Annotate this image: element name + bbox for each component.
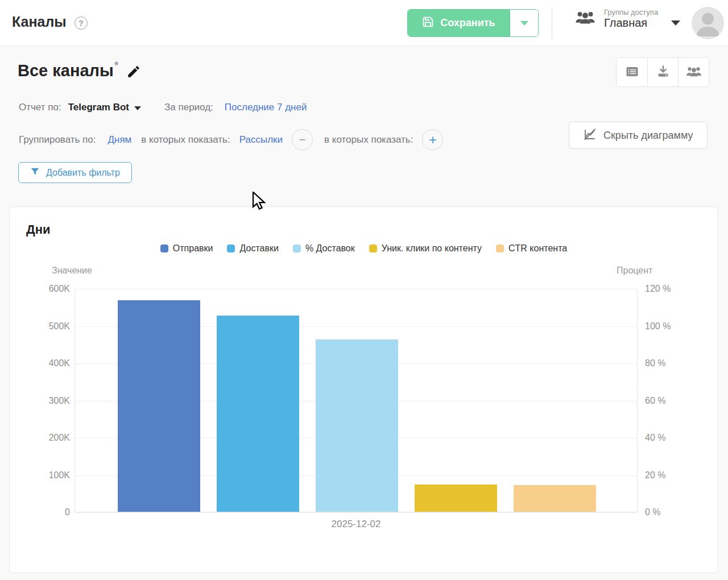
edit-title-button[interactable] bbox=[126, 64, 141, 79]
save-dropdown-button[interactable] bbox=[510, 10, 538, 36]
legend-swatch-icon bbox=[293, 245, 301, 252]
access-groups-text: Группы доступа Главная bbox=[604, 8, 680, 30]
save-button-label: Сохранить bbox=[440, 17, 495, 29]
chart-legend: ОтправкиДоставки% ДоставокУник. клики по… bbox=[10, 243, 718, 254]
legend-swatch-icon bbox=[496, 245, 504, 252]
save-split-button[interactable]: Сохранить bbox=[407, 9, 539, 37]
left-axis-tick: 500K bbox=[29, 321, 70, 332]
legend-label: Уник. клики по контенту bbox=[382, 243, 482, 254]
hide-chart-button[interactable]: Скрыть диаграмму bbox=[569, 122, 708, 149]
left-axis-tick: 600K bbox=[29, 284, 70, 294]
chevron-down-icon bbox=[520, 21, 528, 26]
left-axis-tick: 300K bbox=[29, 396, 70, 406]
hide-chart-label: Скрыть диаграмму bbox=[603, 130, 693, 142]
right-axis-tick: 0 % bbox=[645, 507, 690, 517]
download-button[interactable] bbox=[647, 58, 678, 86]
table-view-button[interactable] bbox=[617, 58, 647, 86]
filter-funnel-icon bbox=[30, 167, 40, 179]
page: Каналы ? Сохранить bbox=[0, 0, 728, 580]
bar-3[interactable] bbox=[316, 339, 398, 512]
legend-label: % Доставок bbox=[305, 243, 355, 254]
right-axis-ticks: 120 %100 %80 %60 %40 %20 %0 % bbox=[645, 289, 690, 512]
report-settings-row: Отчет по: Telegram Bot За период: Послед… bbox=[19, 102, 307, 113]
add-filter-button[interactable]: Добавить фильтр bbox=[18, 162, 132, 183]
header-divider bbox=[552, 7, 552, 39]
show-in-label-1: в которых показать: bbox=[141, 134, 230, 146]
right-axis-tick: 120 % bbox=[645, 284, 690, 294]
left-axis-ticks: 600K500K400K300K200K100K0 bbox=[29, 289, 70, 512]
remove-dimension-button[interactable]: − bbox=[292, 129, 313, 150]
download-icon bbox=[656, 64, 671, 81]
right-axis-title: Процент bbox=[617, 266, 652, 276]
period-value[interactable]: Последние 7 дней bbox=[225, 102, 307, 113]
add-filter-label: Добавить фильтр bbox=[46, 168, 120, 178]
legend-label: CTR контента bbox=[508, 243, 567, 254]
left-axis-tick: 0 bbox=[29, 507, 70, 517]
access-groups-label: Группы доступа bbox=[604, 8, 680, 16]
report-by-value: Telegram Bot bbox=[68, 102, 129, 113]
bar-2[interactable] bbox=[217, 316, 299, 512]
left-axis-tick: 400K bbox=[29, 358, 70, 368]
group-by-value[interactable]: Дням bbox=[108, 134, 132, 146]
right-axis-tick: 20 % bbox=[645, 470, 690, 480]
legend-item[interactable]: Доставки bbox=[227, 243, 278, 254]
legend-label: Отправки bbox=[173, 243, 213, 254]
add-dimension-button[interactable]: + bbox=[422, 129, 443, 150]
page-title: Каналы bbox=[12, 14, 67, 30]
x-axis-label: 2025-12-02 bbox=[75, 519, 638, 530]
unsaved-marker: * bbox=[114, 60, 118, 72]
help-icon[interactable]: ? bbox=[75, 16, 88, 30]
group-by-label: Группировать по: bbox=[19, 134, 96, 146]
legend-swatch-icon bbox=[369, 245, 377, 252]
legend-item[interactable]: % Доставок bbox=[293, 243, 355, 254]
gridline bbox=[75, 289, 637, 289]
top-header: Каналы ? Сохранить bbox=[0, 0, 728, 46]
list-icon bbox=[624, 65, 640, 80]
right-axis-tick: 60 % bbox=[645, 396, 690, 406]
right-axis-tick: 100 % bbox=[645, 321, 690, 332]
legend-item[interactable]: CTR контента bbox=[496, 243, 567, 254]
access-groups-value[interactable]: Главная bbox=[604, 16, 647, 30]
user-avatar[interactable] bbox=[692, 7, 724, 39]
chart-card: Дни ОтправкиДоставки% ДоставокУник. клик… bbox=[9, 206, 718, 573]
chart-plot bbox=[75, 289, 638, 512]
report-title: Все каналы bbox=[18, 61, 114, 80]
legend-label: Доставки bbox=[239, 243, 278, 254]
save-button[interactable]: Сохранить bbox=[408, 10, 510, 36]
left-axis-tick: 200K bbox=[29, 433, 70, 443]
report-by-label: Отчет по: bbox=[19, 102, 61, 113]
chevron-down-icon bbox=[671, 20, 680, 26]
users-group-icon bbox=[574, 8, 596, 30]
legend-swatch-icon bbox=[227, 245, 235, 252]
minus-icon: − bbox=[299, 132, 306, 147]
bar-5[interactable] bbox=[514, 485, 596, 512]
people-icon bbox=[685, 64, 702, 81]
gridline bbox=[75, 512, 637, 513]
chevron-down-icon bbox=[134, 106, 141, 110]
left-axis-title: Значение bbox=[52, 266, 92, 276]
plus-icon: + bbox=[429, 132, 437, 148]
bar-1[interactable] bbox=[118, 300, 200, 512]
legend-swatch-icon bbox=[160, 245, 168, 252]
access-groups-selector[interactable]: Группы доступа Главная bbox=[574, 8, 680, 30]
left-axis-tick: 100K bbox=[29, 470, 70, 480]
legend-item[interactable]: Отправки bbox=[160, 243, 213, 254]
right-axis-tick: 40 % bbox=[645, 433, 690, 443]
grouping-row: Группировать по: Дням в которых показать… bbox=[19, 129, 443, 150]
period-label: За период: bbox=[164, 102, 213, 113]
show-in-value-1[interactable]: Рассылки bbox=[239, 134, 283, 146]
legend-item[interactable]: Уник. клики по контенту bbox=[369, 243, 482, 254]
chart-title: Дни bbox=[26, 222, 51, 237]
chart-slash-icon bbox=[583, 127, 597, 144]
report-action-bar bbox=[616, 57, 709, 87]
report-by-select[interactable]: Telegram Bot bbox=[68, 102, 141, 113]
save-icon bbox=[422, 16, 434, 31]
show-in-label-2: в которых показать: bbox=[324, 134, 413, 146]
share-access-button[interactable] bbox=[678, 58, 709, 86]
right-axis-tick: 80 % bbox=[645, 358, 690, 368]
bar-4[interactable] bbox=[415, 484, 497, 512]
